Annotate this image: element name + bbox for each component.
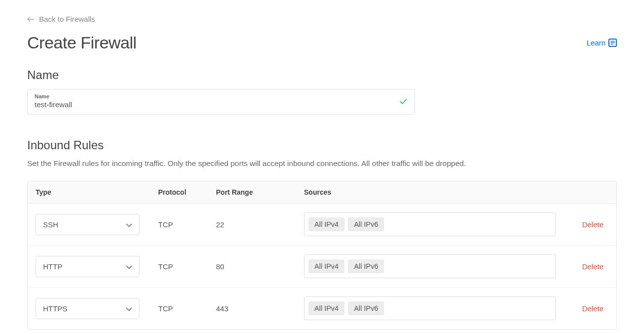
rule-protocol: TCP xyxy=(158,262,216,271)
page-title: Create Firewall xyxy=(27,33,136,52)
rule-protocol: TCP xyxy=(158,220,216,229)
table-row: SSH TCP 22 All IPv4 All IPv6 Delete xyxy=(28,204,616,246)
table-header-row: Type Protocol Port Range Sources xyxy=(28,181,616,204)
source-tag[interactable]: All IPv4 xyxy=(308,259,344,273)
source-tag[interactable]: All IPv4 xyxy=(308,217,344,231)
rule-type-value: HTTP xyxy=(43,262,62,271)
back-link-label: Back to Firewalls xyxy=(39,15,95,23)
rule-protocol: TCP xyxy=(158,304,216,313)
inbound-section-title: Inbound Rules xyxy=(27,138,617,152)
source-tag[interactable]: All IPv6 xyxy=(348,259,384,273)
source-tag[interactable]: All IPv6 xyxy=(348,217,384,231)
checkmark-icon xyxy=(400,97,407,106)
rule-type-select[interactable]: SSH xyxy=(36,214,139,235)
source-tag[interactable]: All IPv6 xyxy=(348,301,384,315)
col-header-sources: Sources xyxy=(304,188,559,196)
inbound-rules-table: Type Protocol Port Range Sources SSH TCP xyxy=(27,181,617,330)
learn-label: Learn xyxy=(587,39,605,47)
arrow-left-icon xyxy=(27,15,34,23)
name-section: Name Name xyxy=(27,68,617,115)
col-header-port-range: Port Range xyxy=(216,188,304,196)
rule-type-value: HTTPS xyxy=(43,304,67,313)
rule-type-value: SSH xyxy=(43,220,58,229)
chevron-down-icon xyxy=(126,262,132,271)
chevron-down-icon xyxy=(126,220,132,229)
delete-rule-button[interactable]: Delete xyxy=(559,304,608,313)
table-row: HTTPS TCP 443 All IPv4 All IPv6 Delete xyxy=(28,288,616,329)
chevron-down-icon xyxy=(126,304,132,313)
rule-port-range: 443 xyxy=(216,304,304,313)
back-to-firewalls-link[interactable]: Back to Firewalls xyxy=(27,15,95,23)
rule-port-range: 22 xyxy=(216,220,304,229)
rule-type-select[interactable]: HTTPS xyxy=(36,298,139,319)
name-field-label: Name xyxy=(35,93,408,99)
inbound-rules-section: Inbound Rules Set the Firewall rules for… xyxy=(27,138,617,330)
rule-port-range: 80 xyxy=(216,262,304,271)
col-header-type: Type xyxy=(36,188,158,196)
rule-sources-input[interactable]: All IPv4 All IPv6 xyxy=(304,296,556,320)
source-tag[interactable]: All IPv4 xyxy=(308,301,344,315)
rule-sources-input[interactable]: All IPv4 All IPv6 xyxy=(304,254,556,278)
col-header-protocol: Protocol xyxy=(158,188,216,196)
rule-sources-input[interactable]: All IPv4 All IPv6 xyxy=(304,212,556,236)
learn-icon xyxy=(608,39,617,47)
delete-rule-button[interactable]: Delete xyxy=(559,262,608,271)
table-row: HTTP TCP 80 All IPv4 All IPv6 Delete xyxy=(28,246,616,288)
firewall-name-input[interactable] xyxy=(35,100,408,109)
name-section-title: Name xyxy=(27,68,617,82)
learn-link[interactable]: Learn xyxy=(587,39,617,47)
rule-type-select[interactable]: HTTP xyxy=(36,256,139,277)
name-field-wrapper: Name xyxy=(27,89,415,115)
inbound-section-description: Set the Firewall rules for incoming traf… xyxy=(27,159,617,168)
delete-rule-button[interactable]: Delete xyxy=(559,220,608,229)
